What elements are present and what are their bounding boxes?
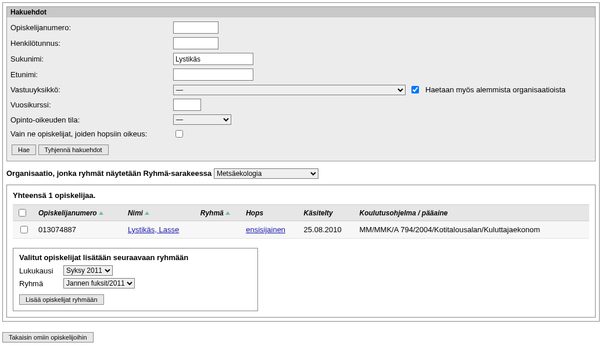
- col-group[interactable]: Ryhmä: [197, 205, 242, 221]
- label-firstname: Etunimi:: [10, 70, 173, 79]
- col-student-number[interactable]: Opiskelijanumero: [35, 205, 124, 221]
- select-org-filter[interactable]: Metsäekologia: [214, 168, 318, 179]
- sort-asc-icon: [99, 211, 103, 215]
- select-study-status[interactable]: —: [173, 114, 231, 125]
- input-year[interactable]: [173, 99, 201, 111]
- select-unit[interactable]: —: [173, 85, 406, 95]
- label-year: Vuosikurssi:: [10, 100, 173, 109]
- col-programme[interactable]: Koulutusohjelma / pääaine: [356, 205, 589, 221]
- sort-asc-icon: [225, 211, 230, 215]
- select-semester[interactable]: Syksy 2011: [63, 265, 113, 276]
- checkbox-select-all[interactable]: [19, 209, 26, 217]
- cell-group: [197, 221, 242, 239]
- table-row: 013074887 Lystikäs, Lasse ensisijainen 2…: [13, 221, 589, 239]
- col-processed[interactable]: Käsitelty: [300, 205, 356, 221]
- label-student-number: Opiskelijanumero:: [10, 23, 173, 32]
- input-student-number[interactable]: [173, 21, 218, 34]
- add-to-group-button[interactable]: Lisää opiskelijat ryhmään: [19, 294, 104, 305]
- add-panel-title: Valitut opiskelijat lisätään seuraavaan …: [19, 253, 252, 262]
- label-suborgs: Haetaan myös alemmista organisaatioista: [425, 85, 565, 94]
- cell-student-number: 013074887: [35, 221, 124, 239]
- org-filter-label: Organisaatio, jonka ryhmät näytetään Ryh…: [6, 169, 212, 178]
- col-hops[interactable]: Hops: [242, 205, 300, 221]
- input-lastname[interactable]: [173, 53, 253, 65]
- search-header: Hakuehdot: [7, 7, 595, 17]
- col-name[interactable]: Nimi: [124, 205, 197, 221]
- results-panel: Yhteensä 1 opiskelijaa. Opiskelijanumero…: [6, 185, 596, 318]
- cell-programme: MM/MMK/A 794/2004/Kotitalousalan/Kulutta…: [356, 221, 589, 239]
- results-table: Opiskelijanumero Nimi Ryhmä Hops Käsitel…: [13, 204, 589, 239]
- label-only-hops: Vain ne opiskelijat, joiden hopsiin oike…: [10, 129, 173, 138]
- label-group-select: Ryhmä: [19, 279, 63, 288]
- search-criteria-panel: Hakuehdot Opiskelijanumero: Henkilötunnu…: [6, 6, 596, 161]
- label-study-status: Opinto-oikeuden tila:: [10, 116, 173, 124]
- org-filter-row: Organisaatio, jonka ryhmät näytetään Ryh…: [6, 168, 596, 179]
- checkbox-suborgs[interactable]: [411, 86, 419, 93]
- main-panel: Hakuehdot Opiskelijanumero: Henkilötunnu…: [2, 2, 600, 322]
- checkbox-only-hops[interactable]: [175, 130, 183, 138]
- input-firstname[interactable]: [173, 69, 253, 81]
- clear-button[interactable]: Tyhjennä hakuehdot: [38, 145, 109, 155]
- search-button[interactable]: Hae: [12, 145, 36, 155]
- back-button[interactable]: Takaisin omiin opiskelijoihin: [2, 332, 94, 343]
- checkbox-row[interactable]: [20, 226, 28, 233]
- label-semester: Lukukausi: [19, 266, 63, 275]
- select-group[interactable]: Jannen fuksit/2011: [63, 278, 135, 289]
- input-ssn[interactable]: [173, 37, 218, 49]
- cell-processed: 25.08.2010: [300, 221, 356, 239]
- label-ssn: Henkilötunnus:: [10, 39, 173, 48]
- link-student-name[interactable]: Lystikäs, Lasse: [128, 225, 179, 234]
- label-unit: Vastuuyksikkö:: [10, 85, 173, 94]
- results-summary: Yhteensä 1 opiskelijaa.: [13, 191, 589, 200]
- add-to-group-panel: Valitut opiskelijat lisätään seuraavaan …: [13, 248, 258, 311]
- label-lastname: Sukunimi:: [10, 55, 173, 63]
- sort-asc-icon: [145, 211, 149, 215]
- link-hops[interactable]: ensisijainen: [246, 225, 285, 234]
